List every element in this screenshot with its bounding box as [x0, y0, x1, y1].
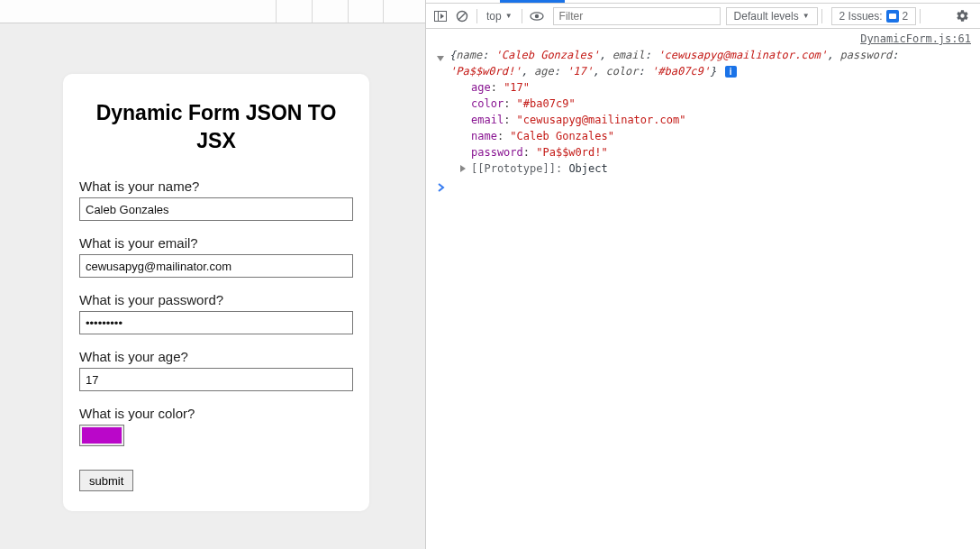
levels-label: Default levels [734, 10, 799, 23]
console-prompt[interactable] [431, 177, 975, 197]
console-body: DynamicForm.js:61 {name: 'Caleb Gonzales… [426, 29, 980, 549]
log-levels-dropdown[interactable]: Default levels ▼ [726, 7, 818, 25]
info-icon[interactable]: i [725, 66, 737, 78]
browser-tab-strip [0, 0, 425, 23]
issues-badge[interactable]: 2 Issues: 2 [831, 7, 917, 25]
field-label: What is your color? [79, 406, 353, 421]
form-field-name: What is your name? [79, 178, 353, 221]
password-input[interactable] [79, 311, 353, 334]
toggle-sidebar-button[interactable] [430, 7, 451, 25]
toolbar-separator [522, 9, 522, 23]
context-selector[interactable]: top ▼ [481, 10, 518, 23]
console-property-row[interactable]: color: "#ba07c9" [471, 96, 975, 112]
source-link[interactable]: DynamicForm.js:61 [860, 31, 971, 47]
field-label: What is your name? [79, 178, 353, 194]
form-field-password: What is your password? [79, 292, 353, 334]
live-expression-button[interactable] [526, 7, 548, 25]
submit-button[interactable]: submit [79, 470, 133, 491]
form-field-email: What is your email? [79, 235, 353, 278]
svg-line-4 [458, 13, 466, 20]
console-prototype-row[interactable]: [[Prototype]]: Object [431, 160, 975, 177]
toolbar-separator [920, 9, 921, 23]
page-preview-pane: Dynamic Form JSON TO JSX What is your na… [0, 0, 425, 549]
field-label: What is your email? [79, 235, 353, 251]
chevron-right-icon[interactable] [460, 165, 466, 172]
field-label: What is your age? [79, 349, 353, 364]
form-field-age: What is your age? [79, 349, 353, 391]
devtools-pane: top ▼ Default levels ▼ 2 Issues: 2 Dynam… [425, 0, 980, 549]
form-card: Dynamic Form JSON TO JSX What is your na… [63, 74, 369, 511]
console-toolbar: top ▼ Default levels ▼ 2 Issues: 2 [426, 4, 980, 29]
clear-console-button[interactable] [451, 7, 473, 25]
name-input[interactable] [79, 197, 353, 221]
svg-point-6 [534, 14, 538, 17]
chevron-down-icon: ▼ [803, 12, 810, 20]
console-property-row[interactable]: age: "17" [471, 79, 975, 96]
console-property-row[interactable]: email: "cewusapyg@mailinator.com" [471, 112, 975, 128]
age-input[interactable] [79, 368, 353, 391]
console-object-properties: age: "17"color: "#ba07c9"email: "cewusap… [431, 79, 975, 160]
toolbar-separator [821, 9, 822, 23]
active-tab-indicator [500, 0, 565, 3]
issue-type-icon [886, 10, 899, 23]
email-input[interactable] [79, 254, 353, 278]
chevron-down-icon[interactable] [437, 56, 444, 61]
tab-strip-segment [312, 0, 348, 23]
gear-icon[interactable] [948, 7, 976, 25]
svg-marker-2 [440, 14, 444, 19]
console-property-row[interactable]: password: "Pa$$w0rd!" [471, 144, 975, 160]
tab-strip-segment [276, 0, 312, 23]
chevron-down-icon: ▼ [505, 12, 513, 20]
field-label: What is your password? [79, 292, 353, 307]
tab-strip-segment [348, 0, 384, 23]
color-swatch [82, 427, 122, 444]
form-field-color: What is your color? [79, 406, 353, 450]
filter-input[interactable] [553, 7, 721, 25]
console-object-summary[interactable]: {name: 'Caleb Gonzales', email: 'cewusap… [431, 47, 975, 79]
issues-label: 2 Issues: [839, 10, 883, 23]
context-label: top [486, 10, 502, 23]
form-title: Dynamic Form JSON TO JSX [79, 99, 353, 155]
console-property-row[interactable]: name: "Caleb Gonzales" [471, 128, 975, 144]
color-input[interactable] [79, 425, 124, 446]
svg-rect-7 [889, 14, 896, 19]
issues-count: 2 [903, 10, 909, 23]
toolbar-separator [476, 9, 477, 23]
